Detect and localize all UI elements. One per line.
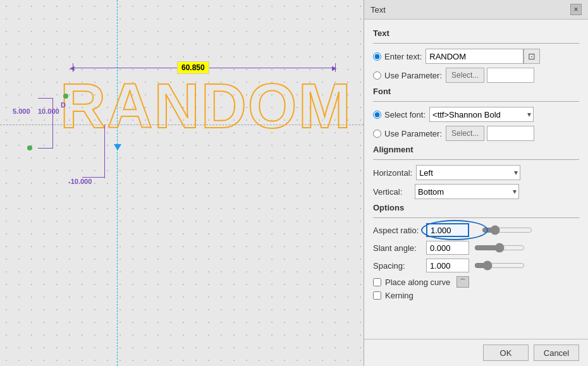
select-font-radio-label[interactable]: Select font: [373, 110, 426, 119]
place-along-curve-checkbox[interactable] [373, 278, 381, 286]
cancel-button[interactable]: Cancel [534, 345, 579, 361]
select-font-row: Select font: <ttf>Shannon Bold [373, 107, 579, 122]
vertical-align-row: Vertical: Top Center Bottom [373, 184, 579, 199]
use-parameter-font-radio-label[interactable]: Use Parameter: [373, 129, 442, 138]
font-divider [373, 101, 579, 102]
alignment-divider [373, 159, 579, 160]
d-label: D [61, 101, 66, 109]
text-param-input[interactable] [487, 68, 534, 83]
dim-line-v-right [104, 125, 105, 178]
kerning-label: Kerning [385, 291, 413, 300]
horizontal-dropdown[interactable]: Left Center Right [416, 165, 520, 180]
enter-text-radio-label[interactable]: Enter text: [373, 52, 422, 61]
use-parameter-font-label: Use Parameter: [384, 129, 442, 138]
spacing-slider[interactable] [474, 260, 525, 271]
place-along-curve-label: Place along curve [385, 278, 450, 287]
enter-text-row: Enter text: ⊡ [373, 49, 579, 64]
aspect-ratio-label: Aspect ratio: [373, 226, 424, 235]
dim-tick-top-h [38, 98, 52, 99]
options-divider [373, 217, 579, 218]
use-parameter-text-radio[interactable] [373, 71, 381, 80]
slant-angle-row: Slant angle: [373, 241, 579, 255]
use-parameter-text-label: Use Parameter: [384, 71, 442, 80]
spacing-row: Spacing: [373, 259, 579, 272]
dimension-60-label: 60.850 [177, 61, 209, 74]
enter-text-label: Enter text: [384, 52, 422, 61]
blue-triangle-marker [114, 144, 121, 150]
vertical-dropdown[interactable]: Top Center Bottom [415, 184, 519, 199]
slant-angle-slider[interactable] [474, 243, 525, 253]
spacing-input[interactable] [426, 259, 469, 272]
text-section-title: Text [373, 28, 579, 38]
horizontal-align-row: Horizontal: Left Center Right [373, 165, 579, 180]
dim-line-v-left [52, 98, 53, 149]
dialog-body: Text Enter text: ⊡ Use Parameter: Select… [364, 20, 588, 339]
select-font-radio[interactable] [373, 111, 381, 119]
use-parameter-text-radio-label[interactable]: Use Parameter: [373, 71, 442, 80]
green-marker-bottom [27, 145, 32, 150]
cyan-guideline [117, 0, 118, 366]
dim-5-label: 5.000 [13, 107, 30, 115]
curve-icon-btn[interactable]: ⌒ [456, 276, 469, 288]
kerning-checkbox[interactable] [373, 291, 381, 300]
dialog-title: Text [371, 5, 386, 15]
vertical-label: Vertical: [373, 187, 411, 197]
font-param-select-btn[interactable]: Select... [446, 126, 484, 141]
use-parameter-font-row: Use Parameter: Select... [373, 126, 579, 141]
ok-button[interactable]: OK [483, 345, 529, 361]
dim-10-label: 10.000 [38, 107, 59, 115]
green-marker-top [63, 94, 68, 99]
text-icon-btn[interactable]: ⊡ [524, 49, 540, 64]
dialog-close-button[interactable]: × [570, 4, 582, 15]
alignment-section-title: Alignment [373, 145, 579, 154]
text-param-select-btn[interactable]: Select... [446, 68, 484, 83]
enter-text-input[interactable] [426, 49, 524, 64]
aspect-ratio-input[interactable] [426, 223, 469, 237]
spacing-label: Spacing: [373, 261, 424, 271]
font-dropdown[interactable]: <ttf>Shannon Bold [429, 107, 534, 122]
dim-tick-bot-h [38, 148, 52, 149]
enter-text-radio[interactable] [373, 52, 381, 61]
slant-angle-label: Slant angle: [373, 243, 424, 253]
slant-angle-input[interactable] [426, 241, 469, 255]
font-section-title: Font [373, 87, 579, 96]
place-along-curve-row: Place along curve ⌒ [373, 276, 579, 288]
use-parameter-font-radio[interactable] [373, 130, 381, 138]
aspect-ratio-highlight [426, 223, 469, 237]
text-divider [373, 43, 579, 44]
select-font-label: Select font: [384, 110, 426, 119]
dialog-titlebar: Text × [364, 0, 588, 20]
dim-neg10-label: -10.000 [68, 178, 92, 185]
dialog-panel: Text × Text Enter text: ⊡ Use Parameter:… [364, 0, 588, 366]
aspect-ratio-slider[interactable] [482, 225, 532, 235]
horizontal-label: Horizontal: [373, 168, 412, 178]
kerning-row: Kerning [373, 291, 579, 300]
arrow-left: ◀ [70, 64, 75, 71]
arrow-right: ▶ [332, 64, 337, 71]
canvas-area[interactable]: RANDOM 60.850 5.000 10.000 D -10.000 ◀ ▶ [0, 0, 364, 366]
options-section-title: Options [373, 203, 579, 212]
aspect-ratio-row: Aspect ratio: [373, 223, 579, 237]
use-parameter-text-row: Use Parameter: Select... [373, 68, 579, 83]
dialog-footer: OK Cancel [364, 339, 588, 366]
font-param-input[interactable] [487, 126, 534, 141]
